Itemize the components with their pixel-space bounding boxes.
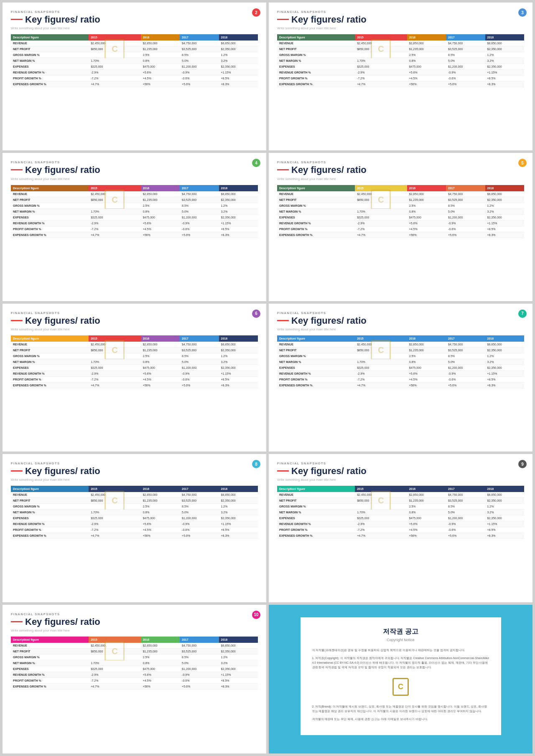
- row-value: $325,000: [89, 214, 140, 220]
- table-row: EXPENSES$325,000$475,000$1,200,000$2,356…: [277, 64, 524, 70]
- data-table-2: Description/ figure 2015 2016 2017 2018 …: [277, 34, 524, 87]
- row-value: +4.7%: [355, 382, 407, 388]
- row-value: 5.0%: [446, 58, 485, 64]
- row-value: $2,350,000: [219, 498, 258, 504]
- row-value: +8.5%: [485, 76, 524, 81]
- row-label: NET PROFIT: [277, 197, 355, 203]
- slide-title-7: Key figures/ ratio: [25, 466, 100, 476]
- table-row: REVENUE GROWTH %-2.9%+5.6%-0.9%+1.15%: [11, 220, 258, 226]
- row-value: 1.2%: [485, 52, 524, 58]
- row-value: $2,450,000: [355, 41, 407, 46]
- row-value: +4.7%: [89, 382, 140, 388]
- row-value: 2.5%: [141, 654, 180, 660]
- table-row: NET MARGIN %1.70%0.8%5.0%3.2%: [11, 359, 258, 365]
- row-value: 1.70%: [89, 58, 140, 64]
- row-label: GROSS MARGIN %: [11, 203, 89, 208]
- row-value: $1,235,000: [141, 648, 180, 654]
- table-row: PROFIT GROWTH %-7.2%+4.5%-0.6%+8.5%: [277, 226, 524, 232]
- slide-1: 2 FINANCIAL SNAPSHOTS Key figures/ ratio…: [3, 3, 266, 150]
- table-row: GROSS MARGIN %2.5%8.5%1.2%: [11, 52, 258, 58]
- row-value: +8.5%: [219, 226, 258, 232]
- row-value: +4.5%: [407, 527, 446, 533]
- table-row: REVENUE GROWTH %-2.9%+5.6%-0.9%+1.15%: [11, 521, 258, 527]
- table-row: GROSS MARGIN %2.5%8.5%1.2%: [11, 353, 258, 359]
- row-label: NET PROFIT: [11, 347, 89, 353]
- table-row: GROSS MARGIN %2.5%8.5%1.2%: [277, 504, 524, 510]
- row-label: EXPENSES: [11, 64, 89, 70]
- row-value: +56%: [407, 232, 446, 238]
- row-label: EXPENSES GROWTH %: [11, 382, 89, 388]
- slide-badge-4: 5: [518, 159, 527, 167]
- table-row: PROFIT GROWTH %-7.2%+4.5%-0.6%+8.5%: [277, 527, 524, 533]
- data-table-8: Description/ figure 2015 2016 2017 2018 …: [277, 486, 524, 539]
- section-label-6: FINANCIAL SNAPSHOTS: [277, 311, 524, 315]
- row-value: 3.2%: [485, 510, 524, 515]
- title-accent-7: [11, 470, 23, 472]
- row-value: -2.9%: [355, 521, 407, 527]
- row-value: 5.0%: [180, 58, 219, 64]
- row-value: $475,000: [407, 64, 446, 70]
- table-row: EXPENSES$325,000$475,000$1,200,000$2,356…: [11, 214, 258, 220]
- row-value: $3,525,000: [446, 197, 485, 203]
- row-value: +8.3%: [219, 382, 258, 388]
- table-row: REVENUE$2,450,000$2,850,000$4,750,000$6,…: [11, 191, 258, 197]
- row-value: $475,000: [141, 214, 180, 220]
- data-table-3: Description/ figure 2015 2016 2017 2018 …: [11, 185, 258, 238]
- row-label: REVENUE: [277, 492, 355, 498]
- row-value: +1.15%: [219, 370, 258, 376]
- row-value: $1,235,000: [407, 46, 446, 52]
- row-value: -7.2%: [355, 76, 407, 81]
- row-value: +4.5%: [141, 376, 180, 382]
- copyright-slide: 저작권 공고 Copyright Notice 이 저작물(프레젠테이션)은 공…: [269, 605, 532, 754]
- row-value: +8.3%: [485, 232, 524, 238]
- row-value: $2,450,000: [89, 342, 140, 348]
- row-value: $2,356,000: [485, 214, 524, 220]
- slide-3: 4 FINANCIAL SNAPSHOTS Key figures/ ratio…: [3, 153, 266, 301]
- table-row: NET PROFIT$850,000C$1,235,000$3,525,000$…: [277, 46, 524, 52]
- table-row: EXPENSES$325,000$475,000$1,200,000$2,356…: [11, 365, 258, 370]
- row-label: NET PROFIT: [277, 498, 355, 504]
- slide-subtitle-4: Write something about your main title he…: [277, 177, 524, 181]
- row-value: +5.6%: [446, 382, 485, 388]
- row-value: 1.2%: [219, 203, 258, 208]
- row-label: NET MARGIN %: [277, 58, 355, 64]
- table-row: EXPENSES GROWTH %+4.7%+56%+5.6%+8.3%: [277, 232, 524, 238]
- row-label: EXPENSES: [277, 515, 355, 521]
- row-value: $6,850,000: [219, 191, 258, 197]
- row-label: NET MARGIN %: [11, 208, 89, 214]
- row-label: EXPENSES: [11, 365, 89, 370]
- row-value: $850,000C: [89, 498, 140, 504]
- table-row: REVENUE GROWTH %-2.9%+5.6%-0.9%+1.15%: [11, 370, 258, 376]
- row-label: PROFIT GROWTH %: [11, 376, 89, 382]
- row-value: $3,525,000: [446, 46, 485, 52]
- table-row: EXPENSES GROWTH %+4.7%+56%+5.6%+8.3%: [277, 382, 524, 388]
- row-value: $850,000C: [89, 648, 140, 654]
- row-value: +4.5%: [141, 226, 180, 232]
- row-label: GROSS MARGIN %: [277, 203, 355, 208]
- row-value: $2,450,000: [355, 342, 407, 348]
- row-label: EXPENSES: [11, 666, 89, 672]
- row-value: 3.2%: [219, 359, 258, 365]
- row-value: $1,200,000: [180, 365, 219, 370]
- row-value: $325,000: [355, 365, 407, 370]
- row-value: [89, 203, 140, 208]
- title-accent-5: [11, 320, 23, 321]
- row-value: 2.5%: [407, 203, 446, 208]
- row-value: -0.9%: [180, 220, 219, 226]
- row-label: EXPENSES: [277, 365, 355, 370]
- table-row: GROSS MARGIN %2.5%8.5%1.2%: [11, 654, 258, 660]
- row-value: +4.7%: [355, 533, 407, 539]
- row-value: +56%: [407, 533, 446, 539]
- slide-subtitle-6: Write something about your main title he…: [277, 327, 524, 331]
- table-row: REVENUE GROWTH %-2.9%+5.6%-0.9%+1.15%: [11, 672, 258, 677]
- row-value: $1,200,000: [180, 214, 219, 220]
- row-value: $475,000: [141, 64, 180, 70]
- copyright-para-4: 저작물의 재판매 또는 무단 복제, 사용에 관한 신고는 아래 이메일로 보내…: [312, 717, 489, 721]
- row-value: $2,450,000: [89, 492, 140, 498]
- table-row: NET MARGIN %1.70%0.8%5.0%3.2%: [11, 510, 258, 515]
- row-value: $2,356,000: [219, 214, 258, 220]
- row-value: 8.5%: [180, 504, 219, 510]
- slide-4: 5 FINANCIAL SNAPSHOTS Key figures/ ratio…: [269, 153, 532, 301]
- row-value: $1,235,000: [141, 46, 180, 52]
- row-value: $6,850,000: [485, 191, 524, 197]
